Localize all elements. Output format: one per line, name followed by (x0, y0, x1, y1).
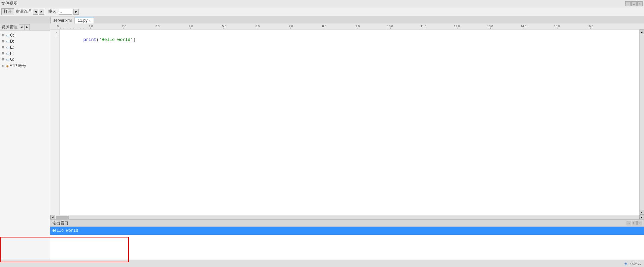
svg-text:8.0: 8.0 (322, 24, 326, 28)
code-editor[interactable]: 1 print('Hello world') ▲ ▼ (50, 30, 644, 215)
tab-11py-close[interactable]: × (89, 19, 91, 22)
output-line-2 (50, 235, 644, 243)
nav-right-arrow[interactable]: ► (39, 9, 44, 15)
jump-label: 跳选: (48, 9, 57, 14)
sidebar-header: 资源管理 ◄ ► (0, 23, 50, 31)
brand-icon: ◈ (624, 261, 628, 266)
expand-e-icon: ⊞ (1, 45, 5, 49)
output-content: Hello world (50, 227, 644, 260)
open-button[interactable]: 打开 (1, 8, 14, 15)
code-paren-close: ) (133, 37, 136, 42)
svg-text:1.0: 1.0 (89, 24, 93, 28)
output-panel: 输出窗口 ─ □ × Hello world (50, 219, 644, 260)
sidebar-nav-left[interactable]: ◄ (19, 24, 24, 30)
svg-text:16.0: 16.0 (587, 24, 593, 28)
sidebar-header-label: 资源管理 (1, 24, 17, 30)
minimize-button[interactable]: ─ (625, 1, 631, 6)
title-bar: 文件视图 ─ □ × (0, 0, 644, 7)
jump-input[interactable] (59, 9, 72, 15)
tab-11py[interactable]: 11.py × (75, 17, 94, 23)
tab-server-xml[interactable]: server.xml (50, 17, 75, 23)
svg-text:2.0: 2.0 (122, 24, 126, 28)
ftp-icon: ◈ (6, 64, 9, 68)
svg-text:6.0: 6.0 (256, 24, 260, 28)
tab-bar: server.xml 11.py × (0, 16, 644, 23)
nav-arrows: ◄ ► (33, 9, 44, 15)
svg-text:15.0: 15.0 (554, 24, 560, 28)
maximize-button[interactable]: □ (631, 1, 637, 6)
sidebar-header-arrows: ◄ ► (19, 24, 30, 30)
sidebar-item-c-label: C: (10, 33, 14, 38)
output-line-1[interactable]: Hello world (50, 227, 644, 235)
sidebar-item-g-label: G: (10, 57, 14, 62)
sidebar: 资源管理 ◄ ► ⊞ ▭ C: ⊞ ▭ D: (0, 23, 50, 260)
title-controls: ─ □ × (625, 1, 643, 6)
editor-scrollbar: ◄ ► (50, 215, 644, 219)
svg-text:9.0: 9.0 (356, 24, 360, 28)
code-string: 'Hello world' (99, 37, 133, 42)
output-minimize-btn[interactable]: ─ (627, 221, 631, 225)
svg-text:14.0: 14.0 (521, 24, 526, 28)
sidebar-tree: ⊞ ▭ C: ⊞ ▭ D: ⊞ ▭ E: (0, 31, 50, 71)
sidebar-item-ftp-label: FTP 帐号 (9, 63, 26, 69)
svg-text:12.0: 12.0 (454, 24, 460, 28)
sidebar-item-d-label: D: (10, 39, 14, 44)
status-right: ◈ 亿速云 (624, 261, 641, 266)
output-line-4 (50, 251, 644, 259)
ruler: 0 1.0 2.0 3.0 4.0 (50, 23, 644, 30)
sidebar-item-f[interactable]: ⊞ ▭ F: (1, 50, 49, 56)
drive-f-icon: ▭ (6, 51, 9, 56)
main-area: 资源管理 ◄ ► ⊞ ▭ C: ⊞ ▭ D: (0, 23, 644, 260)
toolbar: 打开 资源管理 ◄ ► 跳选: ► (0, 7, 644, 16)
sidebar-item-d[interactable]: ⊞ ▭ D: (1, 38, 49, 44)
expand-d-icon: ⊞ (1, 39, 5, 43)
vscroll-down-arrow[interactable]: ▼ (640, 210, 644, 215)
expand-ftp-icon: ⊞ (1, 64, 5, 68)
hscroll-track[interactable] (56, 216, 639, 219)
sidebar-item-e[interactable]: ⊞ ▭ E: (1, 44, 49, 50)
expand-f-icon: ⊞ (1, 51, 5, 55)
sidebar-item-g[interactable]: ⊞ ▭ G: (1, 56, 49, 62)
expand-c-icon: ⊞ (1, 33, 5, 37)
jump-go-arrow[interactable]: ► (73, 9, 79, 15)
output-expand-btn[interactable]: □ (632, 221, 637, 225)
title-text: 文件视图 (1, 1, 17, 6)
hscroll-left-arrow[interactable]: ◄ (50, 215, 55, 220)
svg-text:4.0: 4.0 (189, 24, 193, 28)
drive-e-icon: ▭ (6, 45, 9, 50)
output-line-3 (50, 243, 644, 251)
drive-d-icon: ▭ (6, 39, 9, 44)
svg-text:3.0: 3.0 (155, 24, 159, 28)
code-content[interactable]: print('Hello world') (60, 30, 639, 215)
output-header-controls: ─ □ × (627, 221, 642, 225)
hscroll-thumb[interactable] (56, 216, 69, 219)
svg-text:7.0: 7.0 (289, 24, 293, 28)
drive-c-icon: ▭ (6, 33, 9, 38)
output-close-btn[interactable]: × (637, 221, 642, 225)
brand-label: 亿速云 (630, 261, 641, 266)
close-button[interactable]: × (637, 1, 643, 6)
output-title: 输出窗口 (52, 220, 68, 226)
sidebar-nav-right[interactable]: ► (24, 24, 30, 30)
expand-g-icon: ⊞ (1, 57, 5, 61)
sidebar-item-e-label: E: (10, 45, 14, 50)
manager-label: 资源管理 (15, 9, 32, 14)
svg-text:10.0: 10.0 (387, 24, 393, 28)
hscroll-right-arrow[interactable]: ► (639, 215, 644, 220)
tab-server-xml-label: server.xml (53, 18, 72, 23)
status-bar: ◈ 亿速云 (0, 260, 644, 267)
code-keyword-print: print (83, 37, 96, 42)
editor-right-scrollbar: ▲ ▼ (639, 30, 644, 215)
ruler-svg: 0 1.0 2.0 3.0 4.0 (57, 23, 644, 30)
output-header: 输出窗口 ─ □ × (50, 219, 644, 227)
sidebar-item-ftp[interactable]: ⊞ ◈ FTP 帐号 (1, 62, 49, 69)
svg-text:11.0: 11.0 (421, 24, 426, 28)
svg-text:5.0: 5.0 (222, 24, 226, 28)
line-numbers: 1 (50, 30, 60, 215)
sidebar-item-c[interactable]: ⊞ ▭ C: (1, 32, 49, 38)
svg-text:13.0: 13.0 (487, 24, 493, 28)
tab-11py-label: 11.py (78, 18, 88, 23)
vscroll-up-arrow[interactable]: ▲ (640, 30, 644, 34)
nav-left-arrow[interactable]: ◄ (33, 9, 38, 15)
drive-g-icon: ▭ (6, 57, 9, 62)
